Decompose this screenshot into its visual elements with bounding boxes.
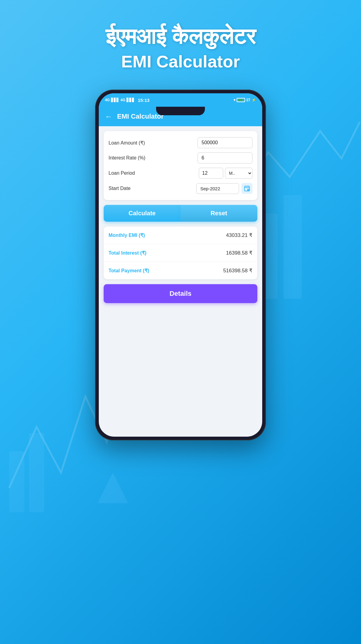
header-title: EMI Calculator xyxy=(117,113,164,120)
interest-rate-row: Interest Rate (%) xyxy=(109,152,252,163)
monthly-emi-row: Monthly EMI (₹) 43033.21 ₹ xyxy=(104,227,257,244)
total-interest-row: Total Interest (₹) 16398.58 ₹ xyxy=(104,244,257,262)
loan-amount-label: Loan Amount (₹) xyxy=(109,140,198,146)
monthly-emi-value: 43033.21 ₹ xyxy=(226,232,252,238)
scrollable-content: Loan Amount (₹) Interest Rate (%) Loan P… xyxy=(99,126,262,437)
total-interest-label: Total Interest (₹) xyxy=(109,250,146,256)
network1-label: 4G xyxy=(105,98,110,102)
status-left: 4G ▋▋▋ 4G ▋▋▋ 15:13 xyxy=(105,98,149,103)
battery-fill xyxy=(238,99,243,101)
time-display: 15:13 xyxy=(138,98,149,103)
action-buttons: Calculate Reset xyxy=(104,205,257,222)
app-title-english: EMI Calculator xyxy=(105,52,256,71)
start-date-label: Start Date xyxy=(109,186,196,191)
back-button[interactable]: ← xyxy=(105,112,112,121)
results-card: Monthly EMI (₹) 43033.21 ₹ Total Interes… xyxy=(104,227,257,279)
calculate-button[interactable]: Calculate xyxy=(104,205,180,222)
total-payment-row: Total Payment (₹) 516398.58 ₹ xyxy=(104,262,257,279)
total-interest-value: 16398.58 ₹ xyxy=(226,250,252,256)
phone-frame-wrapper: 4G ▋▋▋ 4G ▋▋▋ 15:13 ▾ 27 ⚡ xyxy=(95,90,266,440)
total-payment-label: Total Payment (₹) xyxy=(109,268,149,274)
input-card: Loan Amount (₹) Interest Rate (%) Loan P… xyxy=(104,131,257,200)
wifi-icon: ▾ xyxy=(234,98,235,102)
battery-icon xyxy=(237,98,245,102)
start-date-input[interactable] xyxy=(196,183,239,194)
svg-marker-2 xyxy=(98,473,128,503)
phone-frame: 4G ▋▋▋ 4G ▋▋▋ 15:13 ▾ 27 ⚡ xyxy=(95,90,266,440)
signal-icon: ▋▋▋ xyxy=(111,98,119,102)
reset-button[interactable]: Reset xyxy=(180,205,257,222)
signal2-icon: ▋▋▋ xyxy=(127,98,135,102)
bolt-icon: ⚡ xyxy=(252,98,256,102)
interest-rate-label: Interest Rate (%) xyxy=(109,155,198,161)
loan-period-row: Loan Period M.. Years xyxy=(109,168,252,179)
phone-screen: 4G ▋▋▋ 4G ▋▋▋ 15:13 ▾ 27 ⚡ xyxy=(99,93,262,437)
details-button[interactable]: Details xyxy=(104,284,257,303)
status-right: ▾ 27 ⚡ xyxy=(234,98,256,102)
start-date-row: Start Date xyxy=(109,183,252,194)
calendar-button[interactable] xyxy=(241,183,252,194)
svg-rect-0 xyxy=(9,451,24,512)
loan-period-input[interactable] xyxy=(199,168,223,179)
interest-rate-input[interactable] xyxy=(198,152,252,163)
date-inputs xyxy=(196,183,252,194)
svg-rect-4 xyxy=(284,195,302,299)
total-payment-value: 516398.58 ₹ xyxy=(223,267,252,274)
period-inputs: M.. Years xyxy=(199,168,252,179)
status-bar: 4G ▋▋▋ 4G ▋▋▋ 15:13 ▾ 27 ⚡ xyxy=(99,93,262,107)
loan-amount-row: Loan Amount (₹) xyxy=(109,137,252,148)
battery-percent: 27 xyxy=(246,98,250,102)
phone-notch xyxy=(156,107,205,115)
loan-amount-input[interactable] xyxy=(198,137,252,148)
screen-content: ← EMI Calculator Loan Amount (₹) Interes… xyxy=(99,107,262,437)
app-title-hindi: ईएमआई कैलकुलेटर xyxy=(105,24,256,48)
loan-period-unit-select[interactable]: M.. Years xyxy=(225,168,252,179)
monthly-emi-label: Monthly EMI (₹) xyxy=(109,232,145,238)
loan-period-label: Loan Period xyxy=(109,170,199,176)
network2-label: 4G xyxy=(120,98,125,102)
svg-rect-1 xyxy=(29,433,44,512)
